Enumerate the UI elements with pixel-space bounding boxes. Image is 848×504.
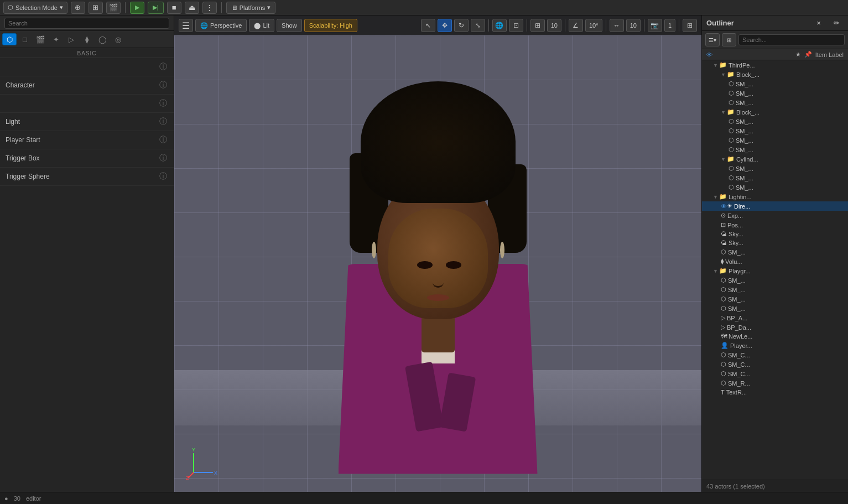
snap-btn[interactable]: ⊞ — [89, 2, 103, 14]
outliner-expand-btn[interactable]: ⊞ — [722, 33, 736, 46]
tree-item-newle[interactable]: 🗺 NewLe... — [702, 332, 848, 341]
tree-item-playground[interactable]: ▼ 📁 Playgr... — [702, 266, 848, 276]
tree-item-sm-p4[interactable]: ⬡ SM_... — [702, 304, 848, 313]
scalability-btn[interactable]: Scalability: High — [304, 19, 357, 32]
info-icon[interactable]: ⓘ — [159, 98, 167, 108]
place-item-trigger-box[interactable]: Trigger Box ⓘ — [0, 149, 174, 168]
tree-item-block1[interactable]: ▼ 📁 Block_... — [702, 70, 848, 79]
tree-item-sky1[interactable]: 🌤 Sky... — [702, 230, 848, 238]
surface-snapping-btn[interactable]: ⊡ — [509, 19, 523, 32]
play-btn[interactable]: ▶ — [130, 2, 144, 14]
outliner-search-input[interactable] — [738, 34, 845, 45]
place-item-trigger-sphere[interactable]: Trigger Sphere ⓘ — [0, 168, 174, 186]
selection-mode-btn[interactable]: ⬡ Selection Mode ▾ — [3, 2, 67, 14]
eject-btn[interactable]: ⏏ — [185, 2, 199, 14]
place-item-character[interactable]: Character ⓘ — [0, 76, 174, 95]
perspective-btn[interactable]: 🌐 Perspective — [195, 19, 247, 32]
place-search-input[interactable] — [4, 18, 169, 29]
tree-item-sm8[interactable]: ⬡ SM_... — [702, 164, 848, 173]
info-icon[interactable]: ⓘ — [159, 117, 167, 127]
tree-item-sm6[interactable]: ⬡ SM_... — [702, 136, 848, 145]
camera-speed-btn[interactable]: 1 — [664, 19, 675, 32]
tree-item-sm-c2[interactable]: ⬡ SM_C... — [702, 360, 848, 369]
info-icon[interactable]: ⓘ — [159, 153, 167, 163]
lit-btn[interactable]: ⬤ Lit — [249, 19, 274, 32]
tree-item-sm7[interactable]: ⬡ SM_... — [702, 145, 848, 154]
tree-item-player[interactable]: 👤 Player... — [702, 341, 848, 350]
tree-item-sm-c3[interactable]: ⬡ SM_C... — [702, 369, 848, 378]
angle-icon: ∠ — [569, 19, 583, 32]
scale-tool-btn[interactable]: ⤡ — [471, 19, 485, 32]
filter-tab-vfx[interactable]: ✦ — [49, 33, 63, 45]
tree-item-exposure[interactable]: ⊙ Exp... — [702, 211, 848, 220]
scale-snap-btn[interactable]: 10 — [626, 19, 641, 32]
tree-item-sm4[interactable]: ⬡ SM_... — [702, 117, 848, 126]
tree-item-sky2[interactable]: 🌤 Sky... — [702, 238, 848, 247]
tree-item-textr[interactable]: T TextR... — [702, 388, 848, 397]
rotate-tool-btn[interactable]: ↻ — [454, 19, 469, 32]
outliner-close-btn[interactable]: × — [811, 17, 826, 29]
add-actor-btn[interactable]: ⊕ — [71, 2, 85, 14]
info-icon[interactable]: ⓘ — [159, 135, 167, 145]
outliner-filter-btn[interactable]: ☰▾ — [705, 33, 720, 46]
tree-item-lighting[interactable]: ▼ 📁 Lightin... — [702, 192, 848, 201]
place-item-empty1[interactable]: ⓘ — [0, 58, 174, 76]
tree-item-postprocess[interactable]: ⊡ Pos... — [702, 220, 848, 230]
tree-item-thirdpe[interactable]: ▼ 📁 ThirdPe... — [702, 60, 848, 70]
place-item-light[interactable]: Light ⓘ — [0, 113, 174, 131]
filter-tab-blueprints[interactable]: ▷ — [64, 33, 79, 45]
tree-item-sm-c1[interactable]: ⬡ SM_C... — [702, 350, 848, 360]
vp-sep-5 — [644, 19, 644, 32]
tree-item-sm-light[interactable]: ⬡ SM_... — [702, 247, 848, 257]
filter-tab-all[interactable]: ⬡ — [2, 33, 17, 45]
filter-tab-lights[interactable]: ◎ — [111, 33, 125, 45]
viewport[interactable]: ☰ 🌐 Perspective ⬤ Lit Show Scalability: … — [174, 15, 701, 492]
show-btn[interactable]: Show — [277, 19, 302, 32]
filter-tab-geometry[interactable]: □ — [18, 33, 32, 45]
tree-item-sm1[interactable]: ⬡ SM_... — [702, 79, 848, 89]
viewport-menu-btn[interactable]: ☰ — [179, 19, 193, 32]
tree-item-sm3[interactable]: ⬡ SM_... — [702, 98, 848, 107]
tree-item-sm-p2[interactable]: ⬡ SM_... — [702, 285, 848, 294]
place-item-empty2[interactable]: ⓘ — [0, 95, 174, 113]
stop-btn[interactable]: ■ — [167, 2, 181, 14]
mesh-icon: ⬡ — [721, 277, 726, 284]
tree-label: SM_... — [736, 165, 845, 172]
info-icon[interactable]: ⓘ — [159, 172, 167, 181]
tree-item-sm-p1[interactable]: ⬡ SM_... — [702, 276, 848, 285]
cinematics-btn[interactable]: 🎬 — [106, 2, 121, 14]
tree-item-sm5[interactable]: ⬡ SM_... — [702, 126, 848, 136]
expand-arrow: ▼ — [721, 72, 726, 77]
info-icon[interactable]: ⓘ — [159, 62, 167, 72]
place-item-player-start[interactable]: Player Start ⓘ — [0, 131, 174, 149]
filter-all-icon: ⬡ — [7, 35, 13, 44]
scalability-label: Scalability: High — [309, 22, 352, 29]
outliner-pencil-btn[interactable]: ✏ — [829, 17, 844, 29]
translate-tool-btn[interactable]: ✥ — [438, 19, 452, 32]
tree-item-sm10[interactable]: ⬡ SM_... — [702, 183, 848, 192]
tree-item-bp-da[interactable]: ▷ BP_Da... — [702, 323, 848, 332]
mesh-icon: ⬡ — [729, 118, 734, 125]
tree-item-directional-light[interactable]: 👁 ☀ Dire... — [702, 201, 848, 211]
filter-tab-volumes[interactable]: ⧫ — [80, 33, 94, 45]
maximize-btn[interactable]: ⊞ — [683, 19, 697, 32]
tree-item-volume[interactable]: ⧫ Volu... — [702, 257, 848, 266]
tree-item-sm-r[interactable]: ⬡ SM_R... — [702, 378, 848, 388]
filter-tab-shapes[interactable]: ◯ — [95, 33, 110, 45]
tree-item-sm2[interactable]: ⬡ SM_... — [702, 89, 848, 98]
angle-snap-btn[interactable]: 10° — [585, 19, 602, 32]
world-local-btn[interactable]: 🌐 — [492, 19, 507, 32]
select-tool-btn[interactable]: ↖ — [421, 19, 435, 32]
tree-item-block2[interactable]: ▼ 📁 Block_... — [702, 107, 848, 117]
tree-item-bp-ac[interactable]: ▷ BP_A... — [702, 313, 848, 323]
tree-item-sm-p3[interactable]: ⬡ SM_... — [702, 294, 848, 304]
filter-tab-cinematic[interactable]: 🎬 — [33, 33, 48, 45]
grid-snap-btn[interactable]: 10 — [547, 19, 561, 32]
platforms-btn[interactable]: 🖥 Platforms ▾ — [226, 2, 275, 14]
info-icon[interactable]: ⓘ — [159, 80, 167, 90]
play-from-here-btn[interactable]: ▶| — [148, 2, 164, 14]
visibility-eye-icon[interactable]: 👁 — [721, 203, 727, 210]
more-play-opts-btn[interactable]: ⋮ — [202, 2, 217, 14]
tree-item-cylind[interactable]: ▼ 📁 Cylind... — [702, 154, 848, 164]
tree-item-sm9[interactable]: ⬡ SM_... — [702, 173, 848, 183]
